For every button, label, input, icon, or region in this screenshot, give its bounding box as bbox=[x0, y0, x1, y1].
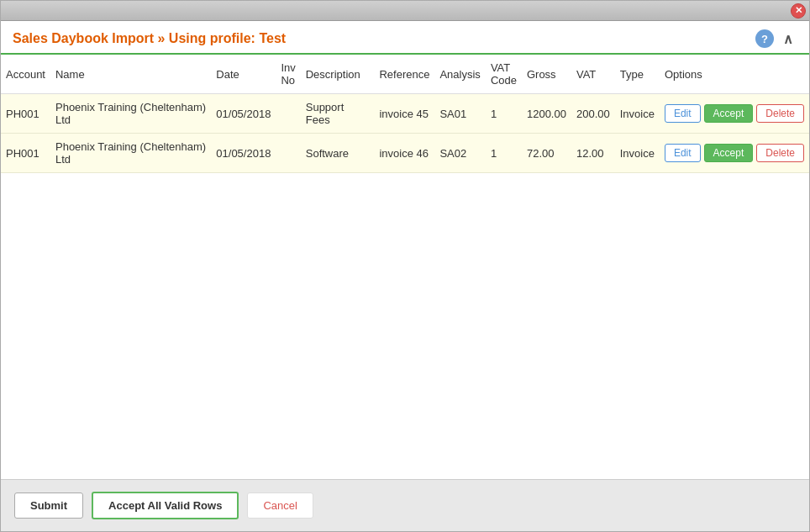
col-vat-code: VATCode bbox=[486, 55, 522, 94]
col-vat: VAT bbox=[571, 55, 615, 94]
cell-2: 01/05/2018 bbox=[211, 94, 276, 134]
cell-7: 1 bbox=[486, 134, 522, 173]
page-title: Sales Daybook Import » Using profile: Te… bbox=[13, 31, 286, 46]
delete-button[interactable]: Delete bbox=[756, 104, 804, 123]
cell-1: Phoenix Training (Cheltenham) Ltd bbox=[50, 134, 211, 173]
header-icons: ? ∧ bbox=[755, 29, 797, 48]
cancel-button[interactable]: Cancel bbox=[247, 492, 313, 519]
col-description: Description bbox=[301, 55, 375, 94]
close-button[interactable]: ✕ bbox=[791, 3, 806, 18]
footer: Submit Accept All Valid Rows Cancel bbox=[1, 479, 809, 531]
cell-4: Support Fees bbox=[301, 94, 375, 134]
cell-7: 1 bbox=[486, 94, 522, 134]
cell-5: invoice 45 bbox=[374, 94, 434, 134]
cell-3 bbox=[276, 94, 300, 134]
accept-button[interactable]: Accept bbox=[704, 144, 754, 162]
edit-button[interactable]: Edit bbox=[665, 144, 701, 162]
table-header-row: Account Name Date InvNo Description Refe… bbox=[1, 55, 809, 94]
table-row: PH001Phoenix Training (Cheltenham) Ltd01… bbox=[1, 94, 809, 134]
cell-0: PH001 bbox=[1, 94, 50, 134]
delete-button[interactable]: Delete bbox=[756, 144, 804, 162]
col-reference: Reference bbox=[374, 55, 434, 94]
titlebar: ✕ bbox=[1, 1, 809, 21]
cell-options: EditAcceptDelete bbox=[660, 134, 809, 173]
cell-2: 01/05/2018 bbox=[211, 134, 276, 173]
data-table: Account Name Date InvNo Description Refe… bbox=[1, 55, 809, 173]
cell-10: Invoice bbox=[615, 94, 660, 134]
edit-button[interactable]: Edit bbox=[665, 104, 701, 123]
accept-button[interactable]: Accept bbox=[704, 104, 754, 123]
table-row: PH001Phoenix Training (Cheltenham) Ltd01… bbox=[1, 134, 809, 173]
col-type: Type bbox=[615, 55, 660, 94]
cell-10: Invoice bbox=[615, 134, 660, 173]
cell-9: 12.00 bbox=[571, 134, 615, 173]
cell-5: invoice 46 bbox=[374, 134, 434, 173]
cell-3 bbox=[276, 134, 300, 173]
page-header: Sales Daybook Import » Using profile: Te… bbox=[1, 21, 809, 55]
cell-6: SA02 bbox=[434, 134, 485, 173]
main-window: ✕ Sales Daybook Import » Using profile: … bbox=[0, 0, 810, 532]
cell-8: 72.00 bbox=[522, 134, 571, 173]
cell-9: 200.00 bbox=[571, 94, 615, 134]
main-content: Account Name Date InvNo Description Refe… bbox=[1, 55, 809, 479]
col-name: Name bbox=[50, 55, 211, 94]
col-account: Account bbox=[1, 55, 50, 94]
cell-0: PH001 bbox=[1, 134, 50, 173]
accept-all-button[interactable]: Accept All Valid Rows bbox=[92, 492, 239, 519]
col-date: Date bbox=[211, 55, 276, 94]
cell-1: Phoenix Training (Cheltenham) Ltd bbox=[50, 94, 211, 134]
cell-6: SA01 bbox=[434, 94, 485, 134]
cell-options: EditAcceptDelete bbox=[660, 94, 809, 134]
col-analysis: Analysis bbox=[434, 55, 485, 94]
col-gross: Gross bbox=[522, 55, 571, 94]
help-icon[interactable]: ? bbox=[755, 29, 774, 48]
submit-button[interactable]: Submit bbox=[14, 492, 83, 519]
cell-8: 1200.00 bbox=[522, 94, 571, 134]
col-inv-no: InvNo bbox=[276, 55, 300, 94]
col-options: Options bbox=[660, 55, 809, 94]
collapse-icon[interactable]: ∧ bbox=[779, 29, 797, 48]
cell-4: Software bbox=[301, 134, 375, 173]
